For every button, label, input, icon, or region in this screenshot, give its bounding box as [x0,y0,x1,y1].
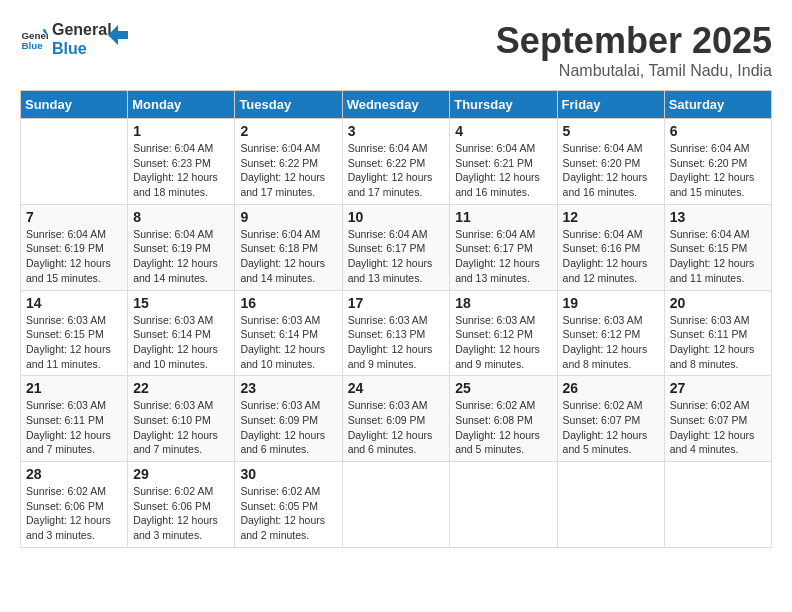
day-info: Sunrise: 6:02 AM Sunset: 6:06 PM Dayligh… [133,484,229,543]
calendar-cell: 27Sunrise: 6:02 AM Sunset: 6:07 PM Dayli… [664,376,771,462]
day-info: Sunrise: 6:02 AM Sunset: 6:06 PM Dayligh… [26,484,122,543]
month-title: September 2025 [496,20,772,62]
calendar-cell [557,462,664,548]
day-number: 10 [348,209,445,225]
day-info: Sunrise: 6:03 AM Sunset: 6:09 PM Dayligh… [240,398,336,457]
calendar-cell: 11Sunrise: 6:04 AM Sunset: 6:17 PM Dayli… [450,204,557,290]
calendar-week-row: 14Sunrise: 6:03 AM Sunset: 6:15 PM Dayli… [21,290,772,376]
calendar-cell: 22Sunrise: 6:03 AM Sunset: 6:10 PM Dayli… [128,376,235,462]
weekday-header-tuesday: Tuesday [235,91,342,119]
calendar-cell: 8Sunrise: 6:04 AM Sunset: 6:19 PM Daylig… [128,204,235,290]
calendar-cell: 30Sunrise: 6:02 AM Sunset: 6:05 PM Dayli… [235,462,342,548]
day-number: 29 [133,466,229,482]
day-info: Sunrise: 6:04 AM Sunset: 6:20 PM Dayligh… [670,141,766,200]
day-number: 7 [26,209,122,225]
calendar-cell: 5Sunrise: 6:04 AM Sunset: 6:20 PM Daylig… [557,119,664,205]
day-number: 26 [563,380,659,396]
day-number: 11 [455,209,551,225]
weekday-header-saturday: Saturday [664,91,771,119]
calendar-table: SundayMondayTuesdayWednesdayThursdayFrid… [20,90,772,548]
day-info: Sunrise: 6:02 AM Sunset: 6:07 PM Dayligh… [670,398,766,457]
day-info: Sunrise: 6:03 AM Sunset: 6:15 PM Dayligh… [26,313,122,372]
calendar-cell: 14Sunrise: 6:03 AM Sunset: 6:15 PM Dayli… [21,290,128,376]
calendar-cell: 13Sunrise: 6:04 AM Sunset: 6:15 PM Dayli… [664,204,771,290]
day-number: 3 [348,123,445,139]
day-info: Sunrise: 6:02 AM Sunset: 6:08 PM Dayligh… [455,398,551,457]
calendar-cell: 2Sunrise: 6:04 AM Sunset: 6:22 PM Daylig… [235,119,342,205]
calendar-cell: 4Sunrise: 6:04 AM Sunset: 6:21 PM Daylig… [450,119,557,205]
day-info: Sunrise: 6:02 AM Sunset: 6:05 PM Dayligh… [240,484,336,543]
day-number: 2 [240,123,336,139]
calendar-cell: 19Sunrise: 6:03 AM Sunset: 6:12 PM Dayli… [557,290,664,376]
day-info: Sunrise: 6:04 AM Sunset: 6:22 PM Dayligh… [240,141,336,200]
day-number: 22 [133,380,229,396]
day-info: Sunrise: 6:03 AM Sunset: 6:13 PM Dayligh… [348,313,445,372]
weekday-header-friday: Friday [557,91,664,119]
day-number: 14 [26,295,122,311]
day-info: Sunrise: 6:03 AM Sunset: 6:11 PM Dayligh… [670,313,766,372]
weekday-header-thursday: Thursday [450,91,557,119]
calendar-cell [664,462,771,548]
calendar-week-row: 28Sunrise: 6:02 AM Sunset: 6:06 PM Dayli… [21,462,772,548]
calendar-body: 1Sunrise: 6:04 AM Sunset: 6:23 PM Daylig… [21,119,772,548]
day-number: 13 [670,209,766,225]
weekday-header-monday: Monday [128,91,235,119]
calendar-cell: 21Sunrise: 6:03 AM Sunset: 6:11 PM Dayli… [21,376,128,462]
weekday-header-wednesday: Wednesday [342,91,450,119]
logo-arrow-icon [108,25,128,45]
calendar-cell [450,462,557,548]
title-block: September 2025 Nambutalai, Tamil Nadu, I… [496,20,772,80]
calendar-cell: 16Sunrise: 6:03 AM Sunset: 6:14 PM Dayli… [235,290,342,376]
day-info: Sunrise: 6:04 AM Sunset: 6:21 PM Dayligh… [455,141,551,200]
svg-text:Blue: Blue [21,40,43,51]
day-number: 27 [670,380,766,396]
svg-marker-4 [108,25,128,45]
day-info: Sunrise: 6:03 AM Sunset: 6:12 PM Dayligh… [455,313,551,372]
day-info: Sunrise: 6:03 AM Sunset: 6:09 PM Dayligh… [348,398,445,457]
day-info: Sunrise: 6:04 AM Sunset: 6:19 PM Dayligh… [133,227,229,286]
calendar-cell: 9Sunrise: 6:04 AM Sunset: 6:18 PM Daylig… [235,204,342,290]
location-title: Nambutalai, Tamil Nadu, India [496,62,772,80]
calendar-cell: 18Sunrise: 6:03 AM Sunset: 6:12 PM Dayli… [450,290,557,376]
day-number: 20 [670,295,766,311]
calendar-cell: 3Sunrise: 6:04 AM Sunset: 6:22 PM Daylig… [342,119,450,205]
logo: General Blue General Blue [20,20,128,58]
calendar-cell: 24Sunrise: 6:03 AM Sunset: 6:09 PM Dayli… [342,376,450,462]
day-info: Sunrise: 6:04 AM Sunset: 6:16 PM Dayligh… [563,227,659,286]
day-number: 6 [670,123,766,139]
logo-icon: General Blue [20,25,48,53]
day-number: 21 [26,380,122,396]
day-number: 17 [348,295,445,311]
day-info: Sunrise: 6:04 AM Sunset: 6:20 PM Dayligh… [563,141,659,200]
calendar-cell [342,462,450,548]
calendar-cell: 17Sunrise: 6:03 AM Sunset: 6:13 PM Dayli… [342,290,450,376]
calendar-cell: 26Sunrise: 6:02 AM Sunset: 6:07 PM Dayli… [557,376,664,462]
calendar-cell: 1Sunrise: 6:04 AM Sunset: 6:23 PM Daylig… [128,119,235,205]
day-info: Sunrise: 6:04 AM Sunset: 6:18 PM Dayligh… [240,227,336,286]
day-info: Sunrise: 6:04 AM Sunset: 6:22 PM Dayligh… [348,141,445,200]
calendar-week-row: 7Sunrise: 6:04 AM Sunset: 6:19 PM Daylig… [21,204,772,290]
calendar-cell: 7Sunrise: 6:04 AM Sunset: 6:19 PM Daylig… [21,204,128,290]
calendar-cell: 25Sunrise: 6:02 AM Sunset: 6:08 PM Dayli… [450,376,557,462]
day-number: 24 [348,380,445,396]
calendar-cell: 10Sunrise: 6:04 AM Sunset: 6:17 PM Dayli… [342,204,450,290]
day-info: Sunrise: 6:03 AM Sunset: 6:10 PM Dayligh… [133,398,229,457]
day-number: 28 [26,466,122,482]
day-number: 5 [563,123,659,139]
day-number: 16 [240,295,336,311]
calendar-cell: 29Sunrise: 6:02 AM Sunset: 6:06 PM Dayli… [128,462,235,548]
day-number: 1 [133,123,229,139]
logo-blue: Blue [52,39,112,58]
day-number: 8 [133,209,229,225]
day-info: Sunrise: 6:03 AM Sunset: 6:12 PM Dayligh… [563,313,659,372]
day-info: Sunrise: 6:03 AM Sunset: 6:14 PM Dayligh… [240,313,336,372]
calendar-cell: 6Sunrise: 6:04 AM Sunset: 6:20 PM Daylig… [664,119,771,205]
day-number: 9 [240,209,336,225]
calendar-cell: 23Sunrise: 6:03 AM Sunset: 6:09 PM Dayli… [235,376,342,462]
day-info: Sunrise: 6:03 AM Sunset: 6:11 PM Dayligh… [26,398,122,457]
day-info: Sunrise: 6:04 AM Sunset: 6:17 PM Dayligh… [348,227,445,286]
day-info: Sunrise: 6:04 AM Sunset: 6:23 PM Dayligh… [133,141,229,200]
calendar-cell: 12Sunrise: 6:04 AM Sunset: 6:16 PM Dayli… [557,204,664,290]
day-number: 15 [133,295,229,311]
calendar-header-row: SundayMondayTuesdayWednesdayThursdayFrid… [21,91,772,119]
